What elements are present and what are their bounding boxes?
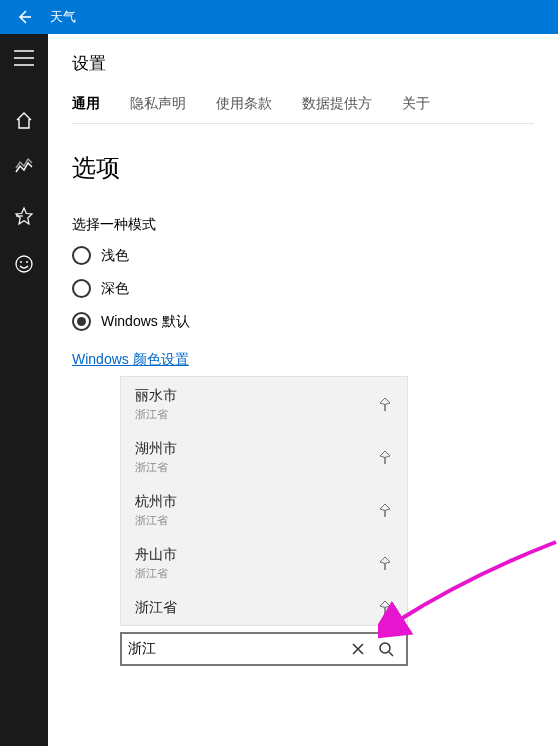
radio-dark[interactable]: 深色 xyxy=(72,279,534,298)
clear-button[interactable] xyxy=(344,635,372,663)
section-title-options: 选项 xyxy=(72,152,534,184)
suggestion-item[interactable]: 杭州市 浙江省 xyxy=(121,483,407,536)
suggestion-item[interactable]: 浙江省 xyxy=(121,589,407,625)
radio-icon xyxy=(72,246,91,265)
chart-icon xyxy=(14,158,34,178)
sidebar-favorites-button[interactable] xyxy=(0,192,48,240)
radio-default[interactable]: Windows 默认 xyxy=(72,312,534,331)
suggestion-city: 丽水市 xyxy=(135,387,177,405)
pin-icon xyxy=(377,450,393,466)
pin-icon xyxy=(377,397,393,413)
sidebar-chart-button[interactable] xyxy=(0,144,48,192)
suggestion-province: 浙江省 xyxy=(135,513,177,528)
radio-label: 浅色 xyxy=(101,247,129,265)
svg-point-3 xyxy=(380,643,390,653)
svg-point-0 xyxy=(16,256,32,272)
tab-general[interactable]: 通用 xyxy=(72,95,100,113)
app-title: 天气 xyxy=(50,8,76,26)
suggestion-province: 浙江省 xyxy=(135,460,177,475)
sidebar xyxy=(0,34,48,746)
tab-about[interactable]: 关于 xyxy=(402,95,430,113)
close-icon xyxy=(351,642,365,656)
tabs: 通用 隐私声明 使用条款 数据提供方 关于 xyxy=(72,95,534,124)
smile-icon xyxy=(14,254,34,274)
hamburger-icon xyxy=(14,50,34,66)
tab-privacy[interactable]: 隐私声明 xyxy=(130,95,186,113)
suggestion-city: 杭州市 xyxy=(135,493,177,511)
search-icon xyxy=(378,641,394,657)
location-search-box[interactable] xyxy=(120,632,408,666)
color-settings-link[interactable]: Windows 颜色设置 xyxy=(72,351,189,369)
suggestion-item[interactable]: 丽水市 浙江省 xyxy=(121,377,407,430)
suggestion-city: 浙江省 xyxy=(135,599,177,617)
suggestion-city: 舟山市 xyxy=(135,546,177,564)
search-button[interactable] xyxy=(372,635,400,663)
radio-icon xyxy=(72,312,91,331)
star-icon xyxy=(14,206,34,226)
radio-label: Windows 默认 xyxy=(101,313,190,331)
back-arrow-icon xyxy=(15,8,33,26)
suggestion-city: 湖州市 xyxy=(135,440,177,458)
suggestion-item[interactable]: 湖州市 浙江省 xyxy=(121,430,407,483)
suggestion-province: 浙江省 xyxy=(135,407,177,422)
sidebar-feedback-button[interactable] xyxy=(0,240,48,288)
suggestion-panel: 丽水市 浙江省 湖州市 浙江省 杭州市 浙江省 xyxy=(120,376,408,626)
svg-point-2 xyxy=(26,261,28,263)
suggestion-province: 浙江省 xyxy=(135,566,177,581)
pin-icon xyxy=(377,503,393,519)
pin-icon xyxy=(377,600,393,616)
titlebar: 天气 xyxy=(0,0,558,34)
pin-icon xyxy=(377,556,393,572)
tab-providers[interactable]: 数据提供方 xyxy=(302,95,372,113)
location-search-input[interactable] xyxy=(128,641,344,657)
mode-label: 选择一种模式 xyxy=(72,216,534,234)
back-button[interactable] xyxy=(4,0,44,34)
content-area: 设置 通用 隐私声明 使用条款 数据提供方 关于 选项 选择一种模式 浅色 深色 xyxy=(48,34,558,746)
svg-point-1 xyxy=(20,261,22,263)
page-title: 设置 xyxy=(72,52,534,75)
home-icon xyxy=(14,110,34,130)
sidebar-home-button[interactable] xyxy=(0,96,48,144)
suggestion-item[interactable]: 舟山市 浙江省 xyxy=(121,536,407,589)
radio-icon xyxy=(72,279,91,298)
radio-light[interactable]: 浅色 xyxy=(72,246,534,265)
tab-terms[interactable]: 使用条款 xyxy=(216,95,272,113)
sidebar-menu-button[interactable] xyxy=(0,34,48,82)
radio-label: 深色 xyxy=(101,280,129,298)
